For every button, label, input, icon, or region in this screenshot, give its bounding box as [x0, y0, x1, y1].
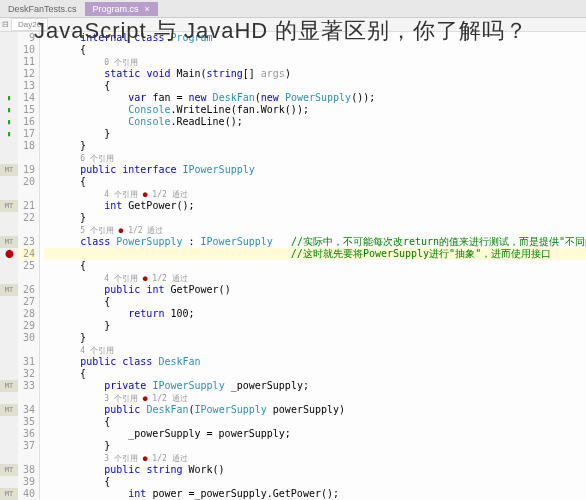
code-line[interactable]: 3 个引用 ● 1/2 通过 — [44, 392, 586, 404]
gutter-mark — [0, 260, 18, 272]
code-line[interactable]: 0 个引用 — [44, 56, 586, 68]
gutter-mark: ▮ — [0, 116, 18, 128]
code-line[interactable]: } — [44, 212, 586, 224]
code-editor[interactable]: ▮▮▮▮MTMTMT⬤MTMTMTMTMT▮ 91011121314151617… — [0, 32, 586, 500]
line-number — [18, 224, 35, 236]
code-line[interactable]: public class DeskFan — [44, 356, 586, 368]
gutter-mark: ▮ — [0, 128, 18, 140]
tab-program-active[interactable]: Program.cs — [85, 2, 158, 16]
line-number: 27 — [18, 296, 35, 308]
code-line[interactable]: //这时就先要将PowerSupply进行"抽象"，进而使用接口 — [44, 248, 586, 260]
gutter-mark — [0, 416, 18, 428]
line-number: 11 — [18, 56, 35, 68]
line-number: 34 — [18, 404, 35, 416]
gutter-mark — [0, 152, 18, 164]
line-number: 18 — [18, 140, 35, 152]
line-number: 14 — [18, 92, 35, 104]
gutter-mark — [0, 176, 18, 188]
code-line[interactable]: { — [44, 368, 586, 380]
tab-deskfantests[interactable]: DeskFanTests.cs — [0, 2, 85, 16]
gutter-mark — [0, 80, 18, 92]
line-number: 13 — [18, 80, 35, 92]
line-number: 19 — [18, 164, 35, 176]
line-number: 26 — [18, 284, 35, 296]
code-content[interactable]: internal class Program { 0 个引用 static vo… — [40, 32, 586, 500]
code-line[interactable]: 4 个引用 ● 1/2 通过 — [44, 272, 586, 284]
pin-icon[interactable]: ⊟ — [2, 20, 9, 29]
gutter-mark — [0, 272, 18, 284]
code-line[interactable]: private IPowerSupply _powerSupply; — [44, 380, 586, 392]
line-number: 17 — [18, 128, 35, 140]
code-line[interactable]: { — [44, 476, 586, 488]
line-number: 10 — [18, 44, 35, 56]
line-number: 25 — [18, 260, 35, 272]
line-number: 21 — [18, 200, 35, 212]
gutter-mark: MT — [0, 164, 18, 176]
line-number: 32 — [18, 368, 35, 380]
code-line[interactable]: int power =_powerSupply.GetPower(); — [44, 488, 586, 500]
line-number: 39 — [18, 476, 35, 488]
code-line[interactable]: 5 个引用 ● 1/2 通过 — [44, 224, 586, 236]
code-line[interactable]: } — [44, 332, 586, 344]
gutter-mark — [0, 188, 18, 200]
code-line[interactable]: { — [44, 176, 586, 188]
gutter-mark: MT — [0, 236, 18, 248]
code-line[interactable]: _powerSupply = powerSupply; — [44, 428, 586, 440]
code-line[interactable]: class PowerSupply : IPowerSupply //实际中，不… — [44, 236, 586, 248]
line-number: 24 — [18, 248, 35, 260]
gutter-mark — [0, 392, 18, 404]
gutter-mark: ▮ — [0, 92, 18, 104]
gutter-marks: ▮▮▮▮MTMTMT⬤MTMTMTMTMT▮ — [0, 32, 18, 500]
gutter-mark — [0, 68, 18, 80]
gutter-mark — [0, 440, 18, 452]
code-line[interactable]: 4 个引用 — [44, 344, 586, 356]
code-line[interactable]: public string Work() — [44, 464, 586, 476]
line-number: 28 — [18, 308, 35, 320]
gutter-mark: ⬤ — [0, 248, 18, 260]
code-line[interactable]: } — [44, 140, 586, 152]
code-line[interactable]: { — [44, 260, 586, 272]
line-number: 31 — [18, 356, 35, 368]
code-line[interactable]: static void Main(string[] args) — [44, 68, 586, 80]
gutter-mark: MT — [0, 404, 18, 416]
line-number: 37 — [18, 440, 35, 452]
code-line[interactable]: { — [44, 416, 586, 428]
gutter-mark: MT — [0, 284, 18, 296]
line-number: 15 — [18, 104, 35, 116]
code-line[interactable]: int GetPower(); — [44, 200, 586, 212]
line-number: 29 — [18, 320, 35, 332]
gutter-mark — [0, 320, 18, 332]
code-line[interactable]: { — [44, 80, 586, 92]
code-line[interactable]: public DeskFan(IPowerSupply powerSupply) — [44, 404, 586, 416]
gutter-mark — [0, 308, 18, 320]
code-line[interactable]: } — [44, 440, 586, 452]
code-line[interactable]: { — [44, 296, 586, 308]
code-line[interactable]: public interface IPowerSupply — [44, 164, 586, 176]
line-number: 30 — [18, 332, 35, 344]
code-line[interactable]: return 100; — [44, 308, 586, 320]
gutter-mark — [0, 452, 18, 464]
code-line[interactable]: 4 个引用 ● 1/2 通过 — [44, 188, 586, 200]
gutter-mark: MT — [0, 464, 18, 476]
gutter-mark: ▮ — [0, 104, 18, 116]
line-number — [18, 272, 35, 284]
line-number: 38 — [18, 464, 35, 476]
line-number: 33 — [18, 380, 35, 392]
code-line[interactable]: 3 个引用 ● 1/2 通过 — [44, 452, 586, 464]
code-line[interactable]: } — [44, 320, 586, 332]
code-line[interactable]: Console.WriteLine(fan.Work()); — [44, 104, 586, 116]
line-number: 16 — [18, 116, 35, 128]
code-line[interactable]: Console.ReadLine(); — [44, 116, 586, 128]
line-number: 36 — [18, 428, 35, 440]
line-number — [18, 452, 35, 464]
gutter-mark — [0, 428, 18, 440]
code-line[interactable]: public int GetPower() — [44, 284, 586, 296]
gutter-mark — [0, 368, 18, 380]
gutter-mark — [0, 32, 18, 44]
code-line[interactable]: var fan = new DeskFan(new PowerSupply())… — [44, 92, 586, 104]
code-line[interactable]: 6 个引用 — [44, 152, 586, 164]
line-number — [18, 188, 35, 200]
gutter-mark — [0, 296, 18, 308]
gutter-mark — [0, 56, 18, 68]
code-line[interactable]: } — [44, 128, 586, 140]
